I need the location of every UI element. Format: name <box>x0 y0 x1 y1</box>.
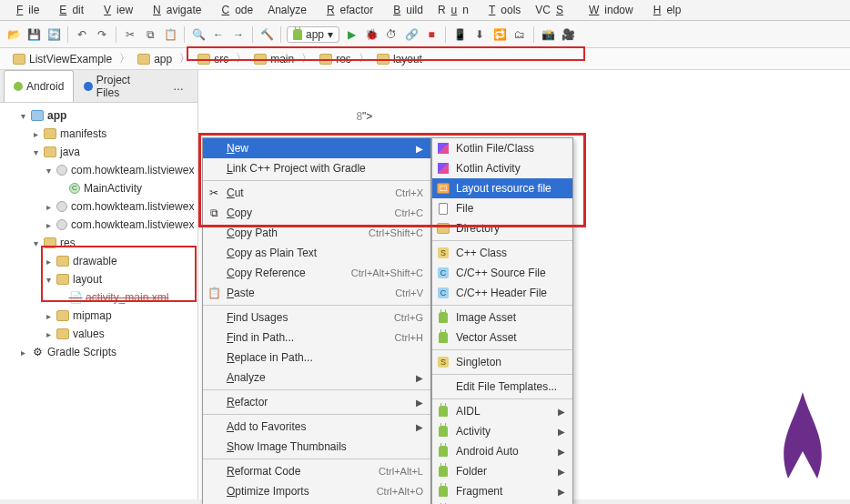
tab-project-files[interactable]: Project Files <box>74 70 163 102</box>
menu-item-c-c-source-file[interactable]: CC/C++ Source File <box>432 263 572 283</box>
menu-item-edit-file-templates[interactable]: Edit File Templates... <box>432 377 572 397</box>
menu-item-copy-as-plain-text[interactable]: Copy as Plain Text <box>203 243 430 263</box>
menu-edit[interactable]: Edit <box>48 2 89 18</box>
menu-item-kotlin-activity[interactable]: Kotlin Activity <box>432 158 572 178</box>
c-icon: C <box>436 287 450 298</box>
debug-icon[interactable]: 🐞 <box>363 26 379 43</box>
menu-build[interactable]: Build <box>382 2 429 18</box>
menu-item-find-in-path[interactable]: Find in Path...Ctrl+H <box>203 328 430 348</box>
menu-code[interactable]: Code <box>210 2 258 18</box>
profile-icon[interactable]: ⏱ <box>383 26 400 43</box>
menu-item-find-usages[interactable]: Find UsagesCtrl+G <box>203 307 430 328</box>
menu-item-link-c-project-with-gradle[interactable]: Link C++ Project with Gradle <box>203 158 430 178</box>
menu-window[interactable]: Window <box>578 2 639 18</box>
tree-activity-main-xml[interactable]: 📄activity_main.xml <box>2 288 197 307</box>
tree-res[interactable]: ▾res <box>2 234 197 252</box>
menu-navigate[interactable]: Navigate <box>142 2 207 18</box>
android-icon <box>436 312 450 323</box>
screenshot-icon[interactable]: 📸 <box>540 26 556 43</box>
menu-item-copy-reference[interactable]: Copy ReferenceCtrl+Alt+Shift+C <box>203 263 430 283</box>
menu-item-reformat-code[interactable]: Reformat CodeCtrl+Alt+L <box>203 461 430 481</box>
back-icon[interactable]: ← <box>210 26 227 43</box>
run-config-selector[interactable]: app ▾ <box>287 26 339 43</box>
c-icon: C <box>436 267 450 278</box>
find-icon[interactable]: 🔍 <box>190 26 207 43</box>
make-icon[interactable]: 🔨 <box>258 26 275 43</box>
menu-item-replace-in-path[interactable]: Replace in Path... <box>203 348 430 368</box>
attach-icon[interactable]: 🔗 <box>403 26 420 43</box>
tree-gradle-scripts[interactable]: ▸⚙Gradle Scripts <box>2 343 197 361</box>
menu-item-c-class[interactable]: SC++ Class <box>432 243 572 263</box>
copy-icon[interactable]: ⧉ <box>142 26 158 43</box>
structure-icon[interactable]: 🗂 <box>511 26 528 43</box>
menu-run[interactable]: Run <box>432 2 474 18</box>
menu-view[interactable]: View <box>93 2 138 18</box>
tree-java[interactable]: ▾java <box>2 143 197 161</box>
sdk-icon[interactable]: ⬇ <box>471 26 488 43</box>
menu-tools[interactable]: Tools <box>478 2 526 18</box>
menu-item-folder[interactable]: Folder▶ <box>432 461 572 481</box>
crumb-project[interactable]: ListViewExample <box>7 52 117 66</box>
tree-pkg-androidtest[interactable]: ▸com.howkteam.listviewex <box>2 216 197 234</box>
menu-item-layout-resource-file[interactable]: Layout resource file <box>432 178 572 198</box>
paste-icon[interactable]: 📋 <box>162 26 178 43</box>
tab-android[interactable]: Android <box>4 70 74 102</box>
save-icon[interactable]: 💾 <box>25 26 42 43</box>
tree-layout[interactable]: ▾layout <box>2 270 197 288</box>
crumb-layout[interactable]: layout <box>371 52 428 66</box>
menu-item-directory[interactable]: Directory <box>432 218 572 238</box>
open-icon[interactable]: 📂 <box>5 26 22 43</box>
menu-item-singleton[interactable]: SSingleton <box>432 352 572 372</box>
tree-main-activity[interactable]: CMainActivity <box>2 179 197 197</box>
stop-icon[interactable]: ■ <box>423 26 440 43</box>
menu-item-paste[interactable]: 📋PasteCtrl+V <box>203 283 430 303</box>
menu-file[interactable]: File <box>5 2 45 18</box>
menu-item-show-image-thumbnails[interactable]: Show Image Thumbnails <box>203 437 430 457</box>
android-icon <box>14 82 23 91</box>
undo-icon[interactable]: ↶ <box>74 26 90 43</box>
menu-item-cut[interactable]: ✂CutCtrl+X <box>203 183 430 203</box>
menu-item-fragment[interactable]: Fragment▶ <box>432 481 572 501</box>
tree-drawable[interactable]: ▸drawable <box>2 252 197 270</box>
submenu-arrow-icon: ▶ <box>558 407 565 417</box>
menu-item-aidl[interactable]: AIDL▶ <box>432 401 572 421</box>
menu-item-analyze[interactable]: Analyze▶ <box>203 368 430 388</box>
tree-app[interactable]: ▾app <box>2 106 197 125</box>
crumb-app[interactable]: app <box>132 52 177 66</box>
run-icon[interactable]: ▶ <box>343 26 359 43</box>
avd-icon[interactable]: 📱 <box>451 26 468 43</box>
forward-icon[interactable]: → <box>230 26 247 43</box>
menu-item-activity[interactable]: Activity▶ <box>432 421 572 441</box>
tab-more[interactable]: … <box>163 70 194 102</box>
menu-item-new[interactable]: New▶ <box>203 138 430 158</box>
menu-item-optimize-imports[interactable]: Optimize ImportsCtrl+Alt+O <box>203 481 430 501</box>
menu-item-image-asset[interactable]: Image Asset <box>432 307 572 328</box>
menu-item-file[interactable]: File <box>432 198 572 218</box>
menu-item-kotlin-file-class[interactable]: Kotlin File/Class <box>432 138 572 158</box>
menu-item-copy[interactable]: ⧉CopyCtrl+C <box>203 203 430 223</box>
menu-item-add-to-favorites[interactable]: Add to Favorites▶ <box>203 417 430 437</box>
refresh-icon[interactable]: 🔄 <box>46 26 62 43</box>
menu-help[interactable]: Help <box>643 2 687 18</box>
cut-icon[interactable]: ✂ <box>122 26 138 43</box>
tree-manifests[interactable]: ▸manifests <box>2 125 197 143</box>
crumb-res[interactable]: res <box>314 52 357 66</box>
tree-pkg-main[interactable]: ▾com.howkteam.listviewex <box>2 161 197 179</box>
menu-item-refactor[interactable]: Refactor▶ <box>203 392 430 412</box>
tree-mipmap[interactable]: ▸mipmap <box>2 307 197 325</box>
crumb-main[interactable]: main <box>248 52 299 66</box>
menu-refactor[interactable]: Refactor <box>316 2 379 18</box>
tree-pkg-test[interactable]: ▸com.howkteam.listviewex <box>2 197 197 216</box>
sync-icon[interactable]: 🔁 <box>491 26 508 43</box>
crumb-src[interactable]: src <box>192 52 234 66</box>
menu-analyze[interactable]: Analyze <box>262 2 312 18</box>
menu-item-vector-asset[interactable]: Vector Asset <box>432 328 572 348</box>
menu-item-copy-path[interactable]: Copy PathCtrl+Shift+C <box>203 223 430 243</box>
menu-vcs[interactable]: VCS <box>530 2 574 18</box>
redo-icon[interactable]: ↷ <box>94 26 110 43</box>
menu-item-c-c-header-file[interactable]: CC/C++ Header File <box>432 283 572 303</box>
tree-values[interactable]: ▸values <box>2 325 197 343</box>
menu-item-android-auto[interactable]: Android Auto▶ <box>432 441 572 461</box>
submenu-arrow-icon: ▶ <box>558 447 565 457</box>
record-icon[interactable]: 🎥 <box>560 26 576 43</box>
